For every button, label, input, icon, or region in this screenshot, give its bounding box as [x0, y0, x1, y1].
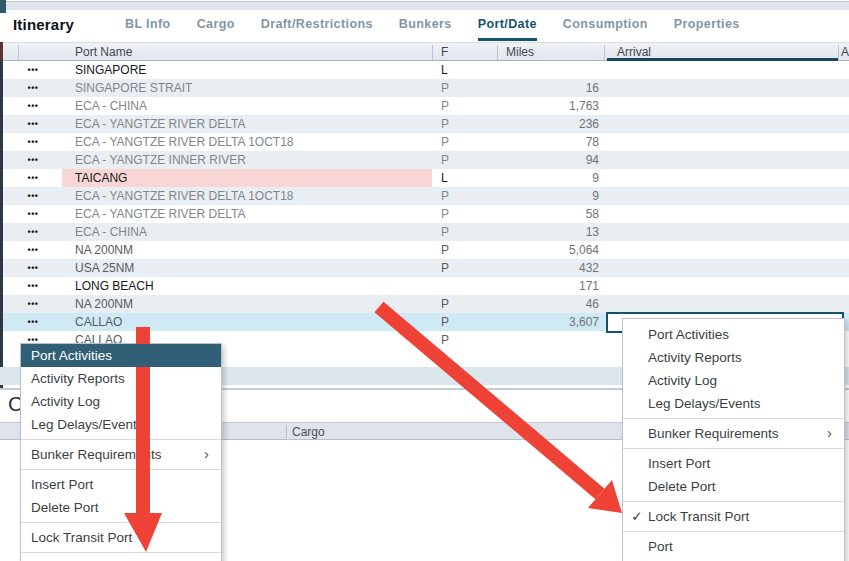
miles-cell: 9 — [500, 187, 599, 205]
table-row[interactable]: •••LONG BEACH171 — [3, 277, 849, 295]
tab-consumption[interactable]: Consumption — [563, 17, 648, 41]
table-row[interactable]: •••ECA - YANGTZE RIVER DELTAP236 — [3, 115, 849, 133]
menu-item-label: Leg Delays/Events — [648, 396, 761, 411]
column-header-port-name[interactable]: Port Name — [75, 45, 132, 60]
table-row[interactable]: •••ECA - YANGTZE RIVER DELTA 1OCT18P9 — [3, 187, 849, 205]
menu-item-label: Port Activities — [31, 348, 112, 363]
table-row[interactable]: •••ECA - CHINAP13 — [3, 223, 849, 241]
table-row[interactable]: •••NA 200NMP5,064 — [3, 241, 849, 259]
tab-bar: BL InfoCargoDraft/RestrictionsBunkersPor… — [125, 17, 740, 41]
menu-separator — [21, 549, 221, 556]
miles-cell: 13 — [500, 223, 599, 241]
row-actions-ellipsis-icon[interactable]: ••• — [22, 223, 44, 241]
menu-item-activity-reports[interactable]: Activity Reports — [623, 346, 844, 369]
row-actions-ellipsis-icon[interactable]: ••• — [22, 97, 44, 115]
row-actions-ellipsis-icon[interactable]: ••• — [22, 169, 44, 187]
port-name-cell: ECA - CHINA — [62, 223, 432, 241]
port-name-cell: ECA - YANGTZE RIVER DELTA — [62, 205, 432, 223]
miles-cell: 78 — [500, 133, 599, 151]
tab-cargo[interactable]: Cargo — [197, 17, 235, 41]
function-cell: L — [441, 61, 481, 79]
menu-item-label: Delete Port — [31, 500, 99, 515]
tab-bunkers[interactable]: Bunkers — [399, 17, 452, 41]
port-name-cell: ECA - YANGTZE RIVER DELTA 1OCT18 — [62, 187, 432, 205]
column-header-cargo[interactable]: Cargo — [292, 425, 325, 439]
menu-item-insert-port[interactable]: Insert Port — [21, 473, 221, 496]
menu-item-activity-log[interactable]: Activity Log — [21, 390, 221, 413]
menu-separator — [21, 436, 221, 443]
row-actions-ellipsis-icon[interactable]: ••• — [22, 187, 44, 205]
miles-cell — [500, 331, 599, 349]
column-header-f[interactable]: F — [441, 45, 448, 60]
table-row[interactable]: •••ECA - CHINAP1,763 — [3, 97, 849, 115]
miles-cell: 236 — [500, 115, 599, 133]
tab-bl-info[interactable]: BL Info — [125, 17, 171, 41]
menu-item-delete-port[interactable]: Delete Port — [21, 496, 221, 519]
column-divider — [838, 45, 839, 60]
table-row[interactable]: •••NA 200NMP46 — [3, 295, 849, 313]
menu-item-label: Lock Transit Port — [648, 509, 749, 524]
row-actions-ellipsis-icon[interactable]: ••• — [22, 151, 44, 169]
menu-item-label: Port Activities — [648, 327, 729, 342]
table-row[interactable]: •••USA 25NMP432 — [3, 259, 849, 277]
column-header-miles[interactable]: Miles — [506, 45, 534, 60]
menu-item-bunker-requirements[interactable]: Bunker Requirements› — [623, 422, 844, 445]
menu-item-label: Activity Log — [648, 373, 717, 388]
menu-item-label: Bunker Requirements — [648, 426, 779, 441]
function-cell — [441, 277, 481, 295]
function-cell: P — [441, 241, 481, 259]
table-row[interactable]: •••ECA - YANGTZE RIVER DELTA 1OCT18P78 — [3, 133, 849, 151]
row-actions-ellipsis-icon[interactable]: ••• — [22, 313, 44, 331]
miles-cell: 432 — [500, 259, 599, 277]
row-actions-ellipsis-icon[interactable]: ••• — [22, 277, 44, 295]
port-name-cell: ECA - YANGTZE INNER RIVER — [62, 151, 432, 169]
menu-item-activity-log[interactable]: Activity Log — [623, 369, 844, 392]
table-row[interactable]: •••SINGAPORE STRAITP16 — [3, 79, 849, 97]
menu-item-delete-port[interactable]: Delete Port — [623, 475, 844, 498]
function-cell: P — [441, 97, 481, 115]
row-actions-ellipsis-icon[interactable]: ••• — [22, 115, 44, 133]
menu-item-bunker-requirements[interactable]: Bunker Requirements› — [21, 443, 221, 466]
table-row[interactable]: •••TAICANGL9 — [3, 169, 849, 187]
menu-item-label: Delete Port — [648, 479, 716, 494]
column-header-a[interactable]: A — [841, 45, 849, 60]
table-row[interactable]: •••ECA - YANGTZE RIVER DELTAP58 — [3, 205, 849, 223]
function-cell: L — [441, 169, 481, 187]
menu-item-port[interactable]: Port — [623, 535, 844, 558]
port-name-cell: ECA - YANGTZE RIVER DELTA 1OCT18 — [62, 133, 432, 151]
menu-item-leg-delays-events[interactable]: Leg Delays/Events — [21, 413, 221, 436]
tab-port-date[interactable]: Port/Date — [478, 17, 537, 41]
submenu-arrow-icon: › — [204, 442, 209, 465]
menu-item-insert-port[interactable]: Insert Port — [623, 452, 844, 475]
menu-item-lock-transit-port[interactable]: ✓Lock Transit Port — [623, 505, 844, 528]
column-divider — [18, 45, 19, 60]
column-divider — [497, 45, 498, 60]
row-actions-ellipsis-icon[interactable]: ••• — [22, 61, 44, 79]
row-actions-ellipsis-icon[interactable]: ••• — [22, 241, 44, 259]
function-cell: P — [441, 259, 481, 277]
menu-item-label: Activity Log — [31, 394, 100, 409]
menu-item-port-activities[interactable]: Port Activities — [21, 344, 221, 367]
row-actions-ellipsis-icon[interactable]: ••• — [22, 79, 44, 97]
menu-item-leg-delays-events[interactable]: Leg Delays/Events — [623, 392, 844, 415]
tab-properties[interactable]: Properties — [674, 17, 740, 41]
row-actions-ellipsis-icon[interactable]: ••• — [22, 259, 44, 277]
menu-separator — [623, 445, 844, 452]
menu-item-port-activities[interactable]: Port Activities — [623, 323, 844, 346]
row-actions-ellipsis-icon[interactable]: ••• — [22, 133, 44, 151]
port-name-cell: SINGAPORE STRAIT — [62, 79, 432, 97]
function-cell: P — [441, 223, 481, 241]
miles-cell — [500, 61, 599, 79]
row-actions-ellipsis-icon[interactable]: ••• — [22, 295, 44, 313]
table-row[interactable]: •••SINGAPOREL — [3, 61, 849, 79]
menu-item-label: Insert Port — [648, 456, 710, 471]
miles-cell: 58 — [500, 205, 599, 223]
menu-item-activity-reports[interactable]: Activity Reports — [21, 367, 221, 390]
column-divider — [286, 425, 287, 438]
menu-item-label: Bunker Requirements — [31, 447, 162, 462]
row-actions-ellipsis-icon[interactable]: ••• — [22, 205, 44, 223]
tab-draft-restrictions[interactable]: Draft/Restrictions — [261, 17, 373, 41]
function-cell: P — [441, 79, 481, 97]
menu-item-lock-transit-port[interactable]: Lock Transit Port — [21, 526, 221, 549]
table-row[interactable]: •••ECA - YANGTZE INNER RIVERP94 — [3, 151, 849, 169]
